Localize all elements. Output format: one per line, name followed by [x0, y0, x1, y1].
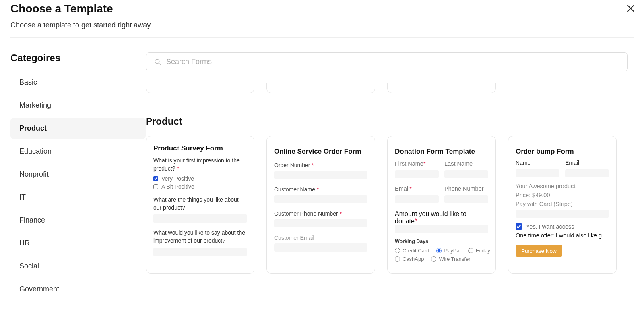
radio-cashapp[interactable]: CashApp: [395, 256, 424, 262]
page-title: Choose a Template: [10, 2, 644, 15]
field-label: Email*: [395, 185, 439, 192]
sidebar-item-finance[interactable]: Finance: [10, 210, 146, 231]
field-label: Customer Phone Number *: [274, 210, 367, 217]
pay-method: Pay with Card (Stripe): [516, 201, 609, 207]
main: Product Product Survey Form What is your…: [146, 52, 644, 302]
card-title: Donation Form Template: [395, 148, 488, 156]
template-card-online-order[interactable]: Online Service Order Form Order Number *…: [266, 136, 375, 274]
required-mark: *: [177, 165, 179, 172]
text-input-placeholder[interactable]: [395, 225, 488, 233]
field-label: Email: [565, 160, 609, 166]
template-card-product-survey[interactable]: Product Survey Form What is your first i…: [146, 136, 254, 274]
radio-friday[interactable]: Friday: [468, 248, 490, 254]
search-box[interactable]: [146, 52, 628, 71]
radio-label: Credit Card: [402, 248, 429, 254]
text-input-placeholder[interactable]: [274, 219, 367, 227]
prev-row-remnants: [146, 83, 628, 93]
sidebar-item-social[interactable]: Social: [10, 256, 146, 277]
checkbox-label: Yes, I want access: [526, 223, 574, 230]
question-label: What are the things you like about our p…: [153, 196, 247, 212]
text-input-placeholder[interactable]: [565, 169, 609, 177]
card-remnant[interactable]: [146, 83, 254, 93]
product-price: Price: $49.00: [516, 192, 609, 198]
header: Choose a Template Choose a template to g…: [0, 2, 644, 29]
radio-input[interactable]: [468, 248, 473, 253]
close-icon: [627, 2, 634, 15]
field-label: Customer Email: [274, 235, 367, 241]
sidebar-item-it[interactable]: IT: [10, 187, 146, 208]
field-label: Phone Number: [444, 185, 488, 192]
text-input-placeholder[interactable]: [444, 195, 488, 203]
field-label: First Name*: [395, 160, 439, 167]
radio-input[interactable]: [436, 248, 442, 253]
checkbox-input[interactable]: [153, 176, 158, 181]
template-card-order-bump[interactable]: Order bump Form Name Email Your Awesome …: [508, 136, 617, 274]
sidebar-title: Categoires: [10, 52, 146, 64]
card-remnant[interactable]: [266, 83, 375, 93]
radio-wire-transfer[interactable]: Wire Transfer: [431, 256, 470, 262]
radio-label: CashApp: [402, 256, 424, 262]
section-title: Product: [146, 116, 628, 127]
radio-input[interactable]: [431, 256, 436, 262]
checkbox-a-bit-positive[interactable]: A Bit Positive: [153, 183, 247, 190]
sidebar-item-nonprofit[interactable]: Nonprofit: [10, 164, 146, 185]
text-input-placeholder[interactable]: [444, 170, 488, 178]
card-title: Online Service Order Form: [274, 148, 367, 156]
radio-input[interactable]: [395, 256, 400, 262]
text-input-placeholder[interactable]: [395, 170, 439, 178]
question-label: What would you like to say about the imp…: [153, 229, 247, 245]
text-input-placeholder[interactable]: [274, 243, 367, 252]
close-button[interactable]: [627, 3, 634, 14]
text-input-placeholder[interactable]: [395, 195, 439, 203]
text-input-placeholder[interactable]: [153, 214, 247, 223]
radio-label: Wire Transfer: [439, 256, 470, 262]
card-title: Product Survey Form: [153, 144, 247, 152]
field-label: Order Number *: [274, 162, 367, 168]
checkbox-label: Very Positive: [161, 175, 194, 182]
text-input-placeholder[interactable]: [274, 195, 367, 203]
product-name: Your Awesome product: [516, 183, 609, 189]
checkbox-input[interactable]: [153, 184, 158, 189]
checkbox-label: A Bit Positive: [161, 183, 194, 190]
text-input-placeholder[interactable]: [153, 248, 247, 256]
search-icon: [154, 58, 161, 66]
radio-label: PayPal: [444, 248, 460, 254]
checkbox-very-positive[interactable]: Very Positive: [153, 175, 247, 182]
sidebar: Categoires Basic Marketing Product Educa…: [0, 52, 146, 302]
offer-text: One time offer: I would also like get...: [516, 232, 609, 239]
sidebar-item-marketing[interactable]: Marketing: [10, 95, 146, 116]
field-label: Customer Name *: [274, 186, 367, 193]
checkbox-input[interactable]: [516, 223, 522, 230]
field-label: Amount you would like to donate*: [395, 210, 488, 225]
text-input-placeholder[interactable]: [274, 171, 367, 179]
sidebar-item-basic[interactable]: Basic: [10, 72, 146, 93]
card-title: Order bump Form: [516, 148, 609, 156]
card-remnant[interactable]: [387, 83, 496, 93]
radio-input[interactable]: [395, 248, 400, 253]
question-label: What is your first impression to the pro…: [153, 156, 247, 173]
radio-label: Friday: [476, 248, 490, 254]
radio-paypal[interactable]: PayPal: [436, 248, 460, 254]
purchase-button[interactable]: Purchase Now: [516, 245, 562, 257]
search-input[interactable]: [166, 58, 619, 66]
text-input-placeholder[interactable]: [516, 210, 609, 218]
working-days-label: Working Days: [395, 239, 488, 244]
sidebar-item-education[interactable]: Education: [10, 141, 146, 162]
text-input-placeholder[interactable]: [516, 169, 559, 177]
field-label: Name: [516, 160, 559, 166]
sidebar-item-product[interactable]: Product: [10, 118, 146, 139]
sidebar-item-hr[interactable]: HR: [10, 233, 146, 254]
field-label: Last Name: [444, 160, 488, 167]
checkbox-want-access[interactable]: Yes, I want access: [516, 223, 609, 230]
page-subtitle: Choose a template to get started right a…: [10, 21, 644, 29]
sidebar-item-government[interactable]: Government: [10, 279, 146, 300]
radio-credit-card[interactable]: Credit Card: [395, 248, 429, 254]
template-card-donation[interactable]: Donation Form Template First Name* Last …: [387, 136, 496, 274]
